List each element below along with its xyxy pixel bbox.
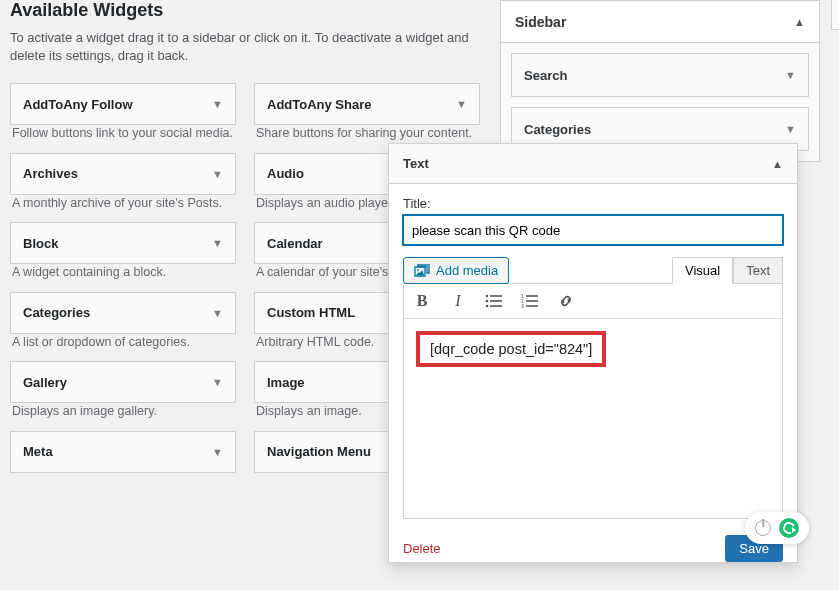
widget-archives[interactable]: Archives ▼ [10,153,236,195]
chevron-down-icon: ▼ [785,69,796,81]
widget-name: Categories [23,305,90,320]
widget-addtoany-share[interactable]: AddToAny Share ▼ [254,83,480,125]
svg-rect-12 [526,305,538,307]
widget-name: Custom HTML [267,305,355,320]
sidebar-item-label: Search [524,68,567,83]
widget-name: Archives [23,166,78,181]
widget-name: Image [267,375,305,390]
shortcode-text: [dqr_code post_id="824"] [416,331,606,367]
power-icon[interactable] [755,520,771,536]
svg-text:3: 3 [521,303,524,308]
editor-toolbar: B I 123 [403,283,783,319]
widget-categories[interactable]: Categories ▼ [10,292,236,334]
chevron-down-icon: ▼ [212,168,223,180]
tab-text[interactable]: Text [733,257,783,284]
available-widgets-description: To activate a widget drag it to a sideba… [10,29,480,65]
italic-button[interactable]: I [448,290,468,312]
available-widgets-title: Available Widgets [10,0,480,21]
title-input[interactable] [403,215,783,245]
sidebar-header[interactable]: Sidebar ▲ [501,1,819,43]
svg-rect-4 [490,300,502,302]
widget-meta[interactable]: Meta ▼ [10,431,236,473]
widget-desc: Follow buttons link to your social media… [10,125,236,143]
sidebar-item-label: Categories [524,122,591,137]
svg-point-1 [486,295,489,298]
svg-rect-6 [490,305,502,307]
chevron-down-icon: ▼ [785,123,796,135]
svg-point-5 [486,305,489,308]
editor-tabs: Visual Text [672,257,783,284]
svg-rect-10 [526,300,538,302]
caret-up-icon: ▲ [794,16,805,28]
sidebar-title: Sidebar [515,14,566,30]
svg-rect-8 [526,295,538,297]
sidebar-panel: Sidebar ▲ Search ▼ Categories ▼ [500,0,820,162]
chevron-down-icon: ▼ [212,307,223,319]
widget-desc: A widget containing a block. [10,264,236,282]
svg-rect-2 [490,295,502,297]
widget-name: Meta [23,444,53,459]
text-widget-header[interactable]: Text ▲ [389,144,797,184]
sidebar-item-search[interactable]: Search ▼ [511,53,809,97]
link-button[interactable] [556,290,576,312]
widget-name: AddToAny Follow [23,97,133,112]
chevron-down-icon: ▼ [212,446,223,458]
grammarly-widget[interactable] [745,512,809,544]
tab-visual[interactable]: Visual [672,257,733,284]
widget-name: AddToAny Share [267,97,372,112]
bullet-list-button[interactable] [484,290,504,312]
svg-point-3 [486,300,489,303]
bold-button[interactable]: B [412,290,432,312]
caret-up-icon: ▲ [772,158,783,170]
media-icon [414,264,430,278]
text-widget-title: Text [403,156,429,171]
numbered-list-button[interactable]: 123 [520,290,540,312]
chevron-down-icon: ▼ [456,98,467,110]
widget-name: Audio [267,166,304,181]
chevron-down-icon: ▼ [212,376,223,388]
editor-content[interactable]: [dqr_code post_id="824"] [403,319,783,519]
widget-name: Navigation Menu [267,444,371,459]
widget-desc: Displays an image gallery. [10,403,236,421]
adjacent-panel-edge [831,0,839,30]
widget-block[interactable]: Block ▼ [10,222,236,264]
widget-addtoany-follow[interactable]: AddToAny Follow ▼ [10,83,236,125]
title-label: Title: [403,196,783,211]
grammarly-icon[interactable] [779,518,799,538]
svg-point-0 [417,269,419,271]
widget-name: Gallery [23,375,67,390]
chevron-down-icon: ▼ [212,237,223,249]
widget-name: Calendar [267,236,323,251]
widget-gallery[interactable]: Gallery ▼ [10,361,236,403]
delete-link[interactable]: Delete [403,541,441,556]
add-media-label: Add media [436,263,498,278]
text-widget-editor: Text ▲ Title: Add media Visual Text B I [388,143,798,563]
add-media-button[interactable]: Add media [403,257,509,284]
chevron-down-icon: ▼ [212,98,223,110]
widget-desc: A list or dropdown of categories. [10,334,236,352]
widget-desc: Share buttons for sharing your content. [254,125,480,143]
widget-name: Block [23,236,58,251]
widget-desc: A monthly archive of your site's Posts. [10,195,236,213]
